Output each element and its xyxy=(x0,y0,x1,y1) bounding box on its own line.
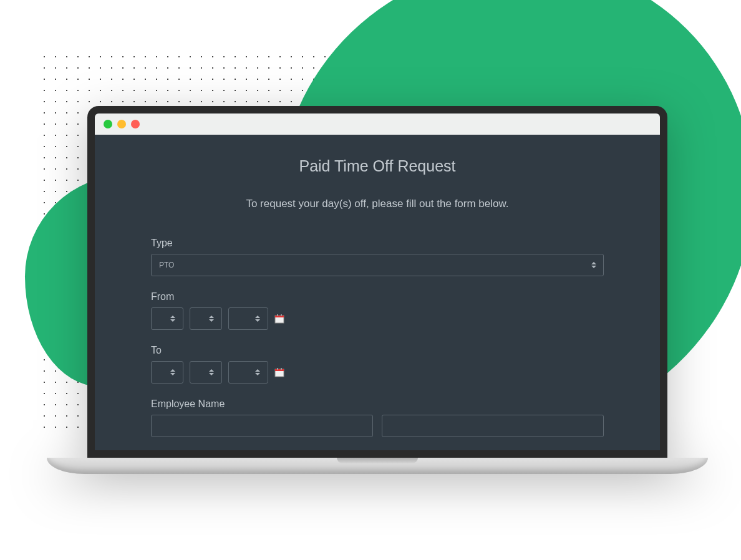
page-title: Paid Time Off Request xyxy=(151,157,604,175)
from-group: From xyxy=(151,291,604,330)
chevron-updown-icon xyxy=(209,316,214,322)
last-name-input[interactable] xyxy=(382,415,604,437)
type-select[interactable]: PTO xyxy=(151,254,604,276)
employee-name-label: Employee Name xyxy=(151,398,604,410)
form-container: Paid Time Off Request To request your da… xyxy=(95,135,660,450)
chevron-updown-icon xyxy=(255,369,260,375)
type-select-wrap: PTO xyxy=(151,254,604,276)
maximize-icon[interactable] xyxy=(117,120,126,128)
type-label: Type xyxy=(151,238,604,249)
employee-name-group: Employee Name xyxy=(151,398,604,437)
from-date-row xyxy=(151,307,604,330)
svg-rect-3 xyxy=(281,314,282,316)
laptop-frame: Paid Time Off Request To request your da… xyxy=(87,106,667,474)
calendar-icon[interactable] xyxy=(274,314,284,324)
minimize-icon[interactable] xyxy=(104,120,112,128)
svg-rect-5 xyxy=(275,369,284,371)
employee-name-row xyxy=(151,415,604,437)
laptop-notch xyxy=(337,458,418,463)
close-icon[interactable] xyxy=(131,120,140,128)
chevron-updown-icon xyxy=(255,316,260,322)
svg-rect-1 xyxy=(275,316,284,317)
to-day-select[interactable] xyxy=(190,361,222,384)
to-year-select[interactable] xyxy=(228,361,268,384)
from-year-select[interactable] xyxy=(228,307,268,330)
laptop-base xyxy=(47,458,708,474)
browser-window: Paid Time Off Request To request your da… xyxy=(95,113,660,450)
from-day-select[interactable] xyxy=(190,307,222,330)
from-month-select[interactable] xyxy=(151,307,183,330)
type-group: Type PTO xyxy=(151,238,604,276)
from-label: From xyxy=(151,291,604,302)
to-date-row xyxy=(151,361,604,384)
page-subtitle: To request your day(s) off, please fill … xyxy=(151,198,604,210)
to-group: To xyxy=(151,345,604,384)
window-titlebar xyxy=(95,113,660,135)
chevron-updown-icon xyxy=(170,369,175,375)
svg-rect-2 xyxy=(277,314,278,316)
svg-rect-7 xyxy=(281,368,282,370)
first-name-input[interactable] xyxy=(151,415,373,437)
laptop-screen: Paid Time Off Request To request your da… xyxy=(87,106,667,458)
chevron-updown-icon xyxy=(170,316,175,322)
to-label: To xyxy=(151,345,604,356)
svg-rect-6 xyxy=(277,368,278,370)
calendar-icon[interactable] xyxy=(274,367,284,377)
chevron-updown-icon xyxy=(209,369,214,375)
to-month-select[interactable] xyxy=(151,361,183,384)
